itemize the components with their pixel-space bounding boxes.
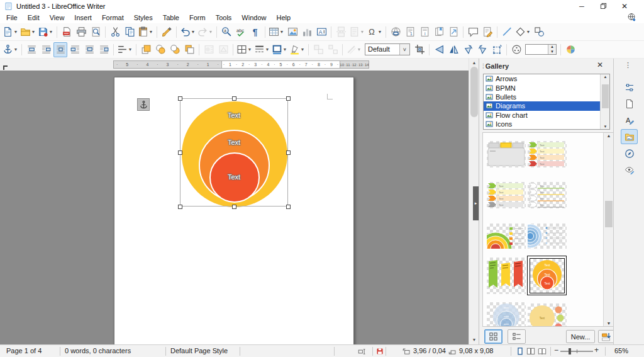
dropdown-arrow-icon[interactable]: ▼ [148,30,153,34]
selection-handle[interactable] [286,150,291,155]
scrollbar-thumb[interactable] [470,67,478,117]
image-filter-button[interactable] [509,42,523,57]
menu-tools[interactable]: Tools [211,13,237,22]
copy-button[interactable] [123,25,136,40]
find-replace-button[interactable]: a [219,25,233,40]
gallery-category-icons[interactable]: Icons [484,120,609,128]
sidebar-hide-handle[interactable]: ▸ [473,186,479,220]
sidebar-tab-gallery[interactable] [621,129,638,144]
insert-image-button[interactable] [286,25,299,40]
bring-to-front-button[interactable] [139,42,153,57]
sidebar-tab-accessibility-check[interactable] [621,162,638,178]
spelling-button[interactable]: abc [234,25,248,40]
page-style-status[interactable]: Default Page Style [170,347,228,354]
chevron-down-icon[interactable]: ˅ [399,44,409,55]
gallery-thumbnail-tabbed-panel[interactable] [486,134,526,174]
gallery-thumbnail-bubble-circles[interactable]: Text [527,298,567,327]
insert-textbox-button[interactable]: A [314,25,328,40]
icon-view-button[interactable] [484,329,502,344]
close-button[interactable]: ✕ [615,0,634,12]
scroll-up-icon[interactable]: ▲ [601,75,610,79]
insert-line-button[interactable] [500,25,514,40]
sidebar-tab-navigator[interactable] [621,146,638,161]
rotate-right-button[interactable] [475,42,489,57]
dropdown-arrow-icon[interactable]: ▼ [360,30,365,34]
wrap-parallel-button[interactable] [53,42,67,57]
cut-button[interactable] [108,25,122,40]
selection-handle[interactable] [178,205,182,209]
formatting-marks-button[interactable]: ¶ [248,25,262,40]
border-style-button[interactable]: ▼ [253,42,270,57]
gallery-thumbnail-nested-circles-blue[interactable] [486,298,526,327]
gallery-category-arrows[interactable]: Arrows [484,74,609,83]
dropdown-arrow-icon[interactable]: ▼ [13,30,18,34]
minimize-button[interactable]: ─ [572,0,591,12]
special-character-button[interactable]: Ω▼ [366,25,383,40]
wrap-optimal-button[interactable] [97,42,111,57]
insert-table-button[interactable]: ▼ [268,25,285,40]
transformations-button[interactable] [490,42,504,57]
save-button[interactable]: ▼ [37,25,54,40]
dropdown-arrow-icon[interactable]: ▼ [191,30,196,34]
dropdown-arrow-icon[interactable]: ▼ [31,30,36,34]
gallery-thumbnail-banner-flags[interactable] [486,256,526,295]
panel-grip-icon[interactable]: ⁞ [482,63,483,70]
insert-bookmark-button[interactable] [432,25,446,40]
zoom-out-icon[interactable]: − [554,346,558,354]
cross-reference-button[interactable] [447,25,460,40]
dropdown-arrow-icon[interactable]: ▼ [282,47,287,52]
align-objects-button[interactable]: ▼ [116,42,133,57]
selection-handle[interactable] [232,205,236,209]
restore-button[interactable] [594,0,613,12]
menu-edit[interactable]: Edit [23,13,45,22]
selection-handle[interactable] [286,96,291,101]
menu-form[interactable]: Form [184,13,211,22]
wrap-left-button[interactable] [39,42,53,57]
scroll-up-icon[interactable]: ▲ [469,59,479,67]
single-page-view-icon[interactable] [516,347,525,356]
menu-help[interactable]: Help [271,13,296,22]
word-count-status[interactable]: 0 words, 0 characters [65,347,131,354]
wrap-right-button[interactable] [68,42,82,57]
highlight-color-button[interactable]: ▼ [289,42,306,57]
sidebar-tab-properties[interactable] [621,80,638,95]
multi-page-view-icon[interactable] [526,347,535,356]
selection-handle[interactable] [286,205,291,209]
send-to-back-button[interactable] [182,42,196,57]
gallery-thumbnail-stacked-rounds-warm[interactable] [486,216,526,256]
sidebar-settings-icon[interactable]: ⋮ [625,61,631,69]
paste-button[interactable]: ▼ [137,25,154,40]
gallery-thumbnail-nested-circles-warm[interactable]: TextTextText [527,256,567,295]
gallery-thumbnail-chevron-list-outline[interactable]: TextTextTextText [527,175,567,215]
borders-button[interactable]: ▼ [236,42,253,57]
zoom-in-icon[interactable]: + [594,346,599,354]
scroll-down-icon[interactable]: ▼ [601,125,610,128]
anchor-marker[interactable] [137,98,150,111]
menu-insert[interactable]: Insert [69,13,97,22]
spinner-arrows-icon[interactable]: ▲▼ [548,45,556,54]
page-number-status[interactable]: Page 1 of 4 [6,347,42,354]
insert-chart-button[interactable] [300,25,314,40]
selection-handle[interactable] [232,96,236,101]
border-color-button[interactable]: ▼ [271,42,288,57]
color-mode-button[interactable] [564,42,577,57]
print-preview-button[interactable] [89,25,103,40]
sidebar-tab-styles[interactable]: A [621,113,638,128]
rotate-left-button[interactable] [461,42,475,57]
dropdown-arrow-icon[interactable]: ▼ [279,30,284,34]
insert-comment-button[interactable] [466,25,480,40]
gallery-thumbnail-chevron-list-muted[interactable]: TextTextTextText [486,175,526,215]
menu-format[interactable]: Format [97,13,129,22]
gallery-category-flow-chart[interactable]: Flow chart [484,111,609,120]
menu-window[interactable]: Window [236,13,271,22]
bring-forward-button[interactable] [153,42,167,57]
flip-horizontally-button[interactable] [447,42,460,57]
dropdown-arrow-icon[interactable]: ▼ [208,30,213,34]
menu-view[interactable]: View [45,13,70,22]
thumbnail-scrollbar[interactable]: ▲ ▼ [603,133,613,326]
gallery-thumbnail-chevron-list-warm[interactable]: TextTextTextText [527,134,567,174]
paragraph-style-select[interactable]: Default˅ [365,43,410,55]
scroll-down-icon[interactable]: ▼ [469,336,479,344]
scroll-up-icon[interactable]: ▲ [604,133,614,138]
detail-view-button[interactable] [508,329,526,344]
